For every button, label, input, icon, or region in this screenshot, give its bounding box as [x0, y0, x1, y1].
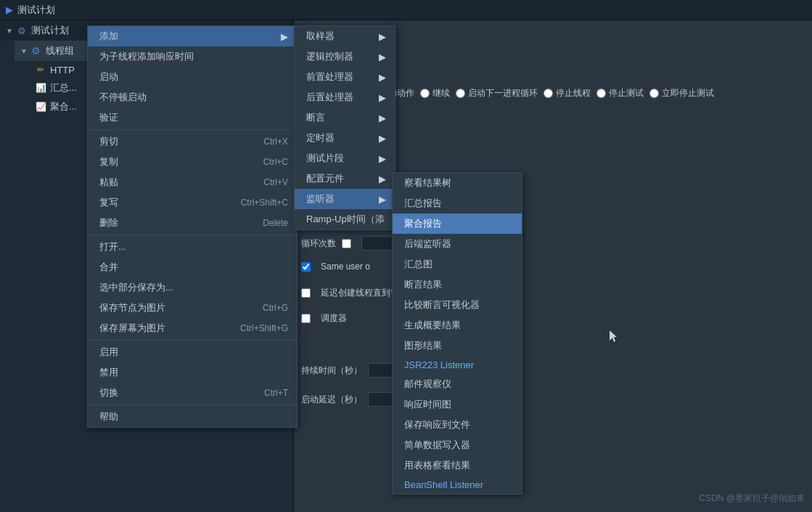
- summary-icon: 📊: [35, 82, 46, 94]
- menu-item-assertion-arrow: ▶: [379, 113, 386, 123]
- menu-item-save-screen-img-label: 保存屏幕为图片: [99, 322, 165, 335]
- same-user-row: Same user o: [301, 261, 805, 272]
- menu-item-test-fragment[interactable]: 测试片段 ▶: [295, 148, 395, 168]
- menu-item-save-node-img[interactable]: 保存节点为图片 Ctrl+G: [88, 298, 297, 318]
- menu-item-start[interactable]: 启动: [88, 67, 297, 87]
- top-bar-icon: ▶: [6, 4, 13, 15]
- menu-item-save-selection[interactable]: 选中部分保存为...: [88, 277, 297, 298]
- menu-item-assertion-results[interactable]: 断言结果: [393, 275, 522, 295]
- menu-item-save-response-to-file[interactable]: 保存响应到文件: [393, 415, 522, 435]
- scheduler-label: 调度器: [321, 312, 347, 325]
- menu-item-add[interactable]: 添加 ▶: [88, 26, 297, 46]
- menu-item-pre-processor-arrow: ▶: [379, 72, 386, 83]
- menu-item-add-arrow: ▶: [281, 31, 288, 42]
- menu-item-summary-report-label: 汇总报告: [404, 197, 442, 210]
- menu-item-mail-observer[interactable]: 邮件观察仪: [393, 374, 522, 394]
- menu-item-post-processor-label: 后置处理器: [306, 91, 353, 104]
- tree-item-http-label: HTTP: [50, 65, 75, 76]
- menu-item-merge[interactable]: 合并: [88, 257, 297, 277]
- menu-item-summary-graph[interactable]: 汇总图: [393, 254, 522, 275]
- radio-next-loop-input[interactable]: [456, 89, 465, 98]
- menu-item-delete[interactable]: 删除 Delete: [88, 213, 297, 233]
- menu-item-summary-report[interactable]: 汇总报告: [393, 193, 522, 214]
- separator-2: [88, 235, 297, 235]
- menu-item-config-element[interactable]: 配置元件 ▶: [295, 168, 395, 189]
- menu-item-view-results-in-table[interactable]: 用表格察看结果: [393, 455, 522, 476]
- scheduler-checkbox[interactable]: [301, 314, 311, 323]
- menu-item-paste-label: 粘贴: [99, 176, 118, 189]
- menu-item-beanshell-listener[interactable]: BeanShell Listener: [393, 476, 522, 494]
- menu-item-config-element-label: 配置元件: [306, 172, 344, 185]
- menu-item-paste[interactable]: 粘贴 Ctrl+V: [88, 172, 297, 192]
- menu-item-compare-assertion-viz[interactable]: 比较断言可视化器: [393, 295, 522, 315]
- menu-item-timer-label: 定时器: [306, 131, 335, 145]
- menu-item-rampup[interactable]: Ramp-Up时间（添: [295, 209, 395, 229]
- menu-item-open[interactable]: 打开...: [88, 237, 297, 257]
- loop-forever-checkbox[interactable]: [342, 239, 351, 248]
- menu-item-duplicate[interactable]: 复写 Ctrl+Shift+C: [88, 192, 297, 213]
- radio-stop-test-now[interactable]: 立即停止测试: [649, 87, 714, 99]
- menu-item-logic-controller-label: 逻辑控制器: [306, 50, 353, 63]
- menu-item-validate[interactable]: 验证: [88, 107, 297, 128]
- menu-item-copy-shortcut: Ctrl+C: [263, 157, 288, 167]
- menu-item-aggregate-report-label: 聚合报告: [404, 217, 442, 230]
- menu-item-graph-results[interactable]: 图形结果: [393, 336, 522, 356]
- radio-next-loop[interactable]: 启动下一进程循环: [456, 87, 538, 99]
- menu-item-copy[interactable]: 复制 Ctrl+C: [88, 152, 297, 172]
- radio-stop-test-input[interactable]: [596, 89, 606, 98]
- menu-item-add-response-time[interactable]: 为子线程添加响应时间: [88, 46, 297, 67]
- menu-item-save-screen-img[interactable]: 保存屏幕为图片 Ctrl+Shift+G: [88, 318, 297, 338]
- menu-item-timer-arrow: ▶: [379, 133, 386, 144]
- menu-item-timer[interactable]: 定时器 ▶: [295, 128, 395, 148]
- menu-item-start-no-pause[interactable]: 不停顿启动: [88, 87, 297, 107]
- expand-icon: ▼: [6, 27, 13, 35]
- menu-item-beanshell-listener-label: BeanShell Listener: [404, 479, 483, 490]
- menu-item-listener-label: 监听器: [306, 192, 335, 206]
- menu-item-sampler-arrow: ▶: [379, 31, 386, 42]
- menu-item-aggregate-report[interactable]: 聚合报告: [393, 214, 522, 234]
- tree-item-summary-label: 汇总...: [50, 81, 77, 94]
- menu-item-pre-processor[interactable]: 前置处理器 ▶: [295, 67, 395, 87]
- radio-continue-input[interactable]: [420, 89, 430, 98]
- test-plan-icon: ⚙: [16, 25, 28, 36]
- menu-item-backend-listener-label: 后端监听器: [404, 237, 451, 251]
- menu-item-compare-assertion-viz-label: 比较断言可视化器: [404, 298, 480, 312]
- same-user-checkbox[interactable]: [301, 262, 311, 272]
- menu-item-logic-controller-arrow: ▶: [379, 52, 386, 62]
- menu-item-toggle[interactable]: 切换 Ctrl+T: [88, 383, 297, 403]
- delay-create-checkbox[interactable]: [301, 288, 311, 298]
- menu-item-assertion[interactable]: 断言 ▶: [295, 107, 395, 128]
- menu-item-enable[interactable]: 启用: [88, 342, 297, 362]
- duration-row: 持续时间（秒）: [301, 363, 805, 378]
- radio-continue[interactable]: 继续: [420, 87, 450, 99]
- tree-group-label: 线程组: [46, 44, 74, 57]
- menu-item-backend-listener[interactable]: 后端监听器: [393, 234, 522, 254]
- menu-item-simple-data-writer[interactable]: 简单数据写入器: [393, 435, 522, 455]
- menu-item-listener[interactable]: 监听器 ▶: [295, 189, 395, 209]
- menu-item-logic-controller[interactable]: 逻辑控制器 ▶: [295, 46, 395, 67]
- menu-item-config-element-arrow: ▶: [379, 174, 386, 184]
- menu-item-view-results-tree[interactable]: 察看结果树: [393, 173, 522, 193]
- delay-create-row: 延迟创建线程直到需要时: [301, 287, 805, 299]
- menu-item-save-selection-label: 选中部分保存为...: [99, 281, 173, 294]
- radio-stop-test[interactable]: 停止测试: [596, 87, 644, 99]
- menu-item-response-time-graph[interactable]: 响应时间图: [393, 394, 522, 415]
- menu-item-delete-shortcut: Delete: [263, 218, 288, 228]
- menu-item-cut[interactable]: 剪切 Ctrl+X: [88, 131, 297, 152]
- radio-stop-thread[interactable]: 停止线程: [544, 87, 591, 99]
- menu-item-jsr223-listener[interactable]: JSR223 Listener: [393, 356, 522, 374]
- menu-item-graph-results-label: 图形结果: [404, 339, 442, 352]
- menu-item-response-time-graph-label: 响应时间图: [404, 398, 451, 411]
- menu-item-summary-graph-label: 汇总图: [404, 258, 432, 271]
- menu-item-generate-summary[interactable]: 生成概要结果: [393, 315, 522, 336]
- menu-item-post-processor[interactable]: 后置处理器 ▶: [295, 87, 395, 107]
- menu-item-sampler[interactable]: 取样器 ▶: [295, 26, 395, 46]
- menu-item-test-fragment-arrow: ▶: [379, 153, 386, 164]
- menu-item-enable-label: 启用: [99, 346, 118, 359]
- radio-stop-thread-input[interactable]: [544, 89, 553, 98]
- radio-stop-thread-label: 停止线程: [556, 87, 591, 99]
- menu-item-help[interactable]: 帮助: [88, 407, 297, 427]
- radio-next-loop-label: 启动下一进程循环: [468, 87, 538, 99]
- radio-stop-test-now-input[interactable]: [649, 89, 659, 98]
- menu-item-disable[interactable]: 禁用: [88, 362, 297, 383]
